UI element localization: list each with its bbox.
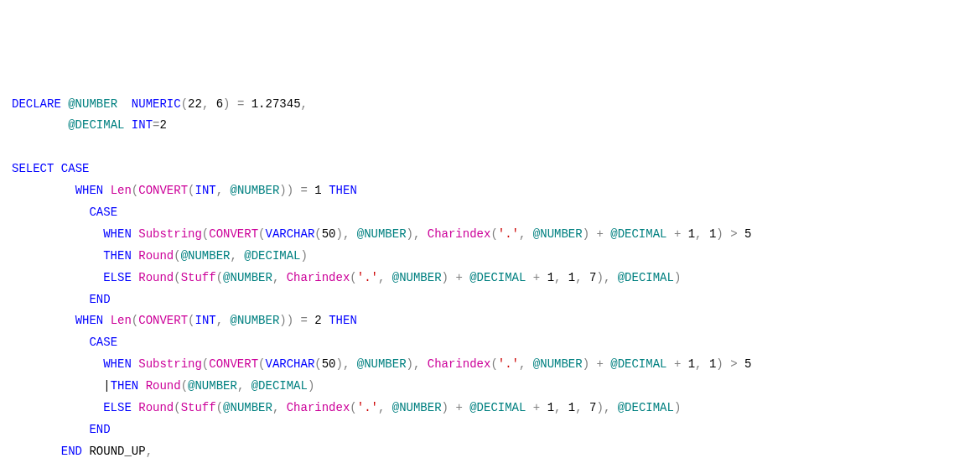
number: 22: [188, 97, 202, 111]
fn-charindex: Charindex: [287, 271, 350, 284]
number: 5: [744, 357, 751, 371]
code-line: WHEN Len(CONVERT(INT, @NUMBER)) = 1 THEN: [12, 184, 357, 197]
keyword-when: WHEN: [103, 227, 132, 241]
text-cursor-icon: |: [103, 379, 110, 393]
variable: @NUMBER: [533, 357, 583, 371]
variable: @NUMBER: [357, 357, 407, 371]
keyword-select: SELECT: [12, 162, 54, 175]
string: '.': [357, 401, 378, 414]
variable: @NUMBER: [223, 401, 272, 414]
equals: =: [231, 97, 251, 111]
variable: @DECIMAL: [469, 401, 526, 414]
fn-charindex: Charindex: [428, 357, 491, 371]
keyword-then: THEN: [111, 379, 139, 393]
keyword-declare: DECLARE: [12, 97, 61, 111]
code-line: CASE: [12, 336, 117, 349]
comma: ,: [301, 97, 308, 111]
variable: @DECIMAL: [68, 118, 124, 132]
number: 1.27345: [251, 97, 301, 111]
fn-len: Len: [111, 184, 132, 197]
variable: @DECIMAL: [610, 357, 666, 371]
variable: @NUMBER: [181, 249, 231, 263]
type-varchar: VARCHAR: [265, 357, 314, 371]
type-varchar: VARCHAR: [265, 227, 314, 241]
fn-charindex: Charindex: [287, 401, 350, 414]
fn-convert: CONVERT: [138, 184, 188, 197]
number: 1: [688, 357, 695, 371]
fn-substring: Substring: [138, 357, 202, 371]
variable: @NUMBER: [392, 401, 442, 414]
code-line: CASE: [12, 206, 117, 219]
keyword-then: THEN: [329, 184, 357, 197]
number: 6: [216, 97, 223, 111]
variable: @NUMBER: [231, 184, 280, 197]
type-numeric: NUMERIC: [132, 97, 181, 111]
code-line: END ROUND_UP,: [12, 445, 153, 458]
keyword-when: WHEN: [75, 314, 104, 327]
fn-stuff: Stuff: [181, 271, 216, 284]
code-line: WHEN Substring(CONVERT(VARCHAR(50), @NUM…: [12, 357, 751, 371]
keyword-end: END: [89, 423, 110, 436]
paren: (: [181, 97, 188, 111]
code-line: WHEN Substring(CONVERT(VARCHAR(50), @NUM…: [12, 227, 751, 241]
code-line: END: [12, 423, 111, 436]
code-line: ELSE Round(Stuff(@NUMBER, Charindex('.',…: [12, 401, 681, 414]
fn-round: Round: [138, 249, 174, 263]
fn-round: Round: [138, 271, 174, 284]
variable: @NUMBER: [357, 227, 407, 241]
number: 1: [688, 227, 695, 241]
fn-round: Round: [146, 379, 181, 393]
keyword-case: CASE: [61, 162, 90, 175]
variable: @NUMBER: [392, 271, 442, 284]
variable: @DECIMAL: [244, 249, 300, 263]
number: 1: [547, 271, 554, 284]
type-int: INT: [194, 184, 215, 197]
type-int: INT: [132, 118, 153, 132]
variable: @DECIMAL: [618, 271, 674, 284]
variable: @DECIMAL: [618, 401, 674, 414]
number: 50: [322, 227, 336, 241]
code-line: ELSE Round(Stuff(@NUMBER, Charindex('.',…: [12, 271, 681, 284]
number: 2: [159, 118, 166, 132]
number: 50: [322, 357, 336, 371]
keyword-then: THEN: [329, 314, 357, 327]
sql-code-editor[interactable]: DECLARE @NUMBER NUMERIC(22, 6) = 1.27345…: [12, 94, 968, 458]
paren: ): [223, 97, 230, 111]
keyword-else: ELSE: [103, 271, 132, 284]
keyword-else: ELSE: [103, 401, 132, 414]
keyword-when: WHEN: [103, 357, 132, 371]
alias: ROUND_UP: [89, 445, 145, 458]
fn-convert: CONVERT: [209, 357, 258, 371]
variable: @NUMBER: [231, 314, 280, 327]
keyword-end: END: [61, 445, 82, 458]
number: 1: [568, 401, 575, 414]
fn-round: Round: [138, 401, 174, 414]
variable: @NUMBER: [223, 271, 272, 284]
keyword-then: THEN: [103, 249, 132, 263]
code-line: THEN Round(@NUMBER, @DECIMAL): [12, 249, 308, 263]
keyword-when: WHEN: [75, 184, 104, 197]
fn-charindex: Charindex: [428, 227, 491, 241]
fn-convert: CONVERT: [209, 227, 258, 241]
number: 1: [568, 271, 575, 284]
type-int: INT: [194, 314, 215, 327]
code-line: @DECIMAL INT=2: [12, 118, 167, 132]
number: 1: [547, 401, 554, 414]
number: 2: [314, 314, 321, 327]
variable: @DECIMAL: [469, 271, 526, 284]
string: '.': [498, 227, 519, 241]
fn-convert: CONVERT: [138, 314, 188, 327]
fn-stuff: Stuff: [181, 401, 216, 414]
number: 5: [744, 227, 751, 241]
code-line: WHEN Len(CONVERT(INT, @NUMBER)) = 2 THEN: [12, 314, 357, 327]
string: '.': [357, 271, 378, 284]
string: '.': [498, 357, 519, 371]
variable: @DECIMAL: [251, 379, 308, 393]
keyword-case: CASE: [89, 206, 117, 219]
number: 1: [314, 184, 321, 197]
keyword-end: END: [89, 293, 110, 306]
variable: @NUMBER: [68, 97, 117, 111]
code-line: DECLARE @NUMBER NUMERIC(22, 6) = 1.27345…: [12, 97, 308, 111]
keyword-case: CASE: [89, 336, 117, 349]
variable: @DECIMAL: [610, 227, 666, 241]
